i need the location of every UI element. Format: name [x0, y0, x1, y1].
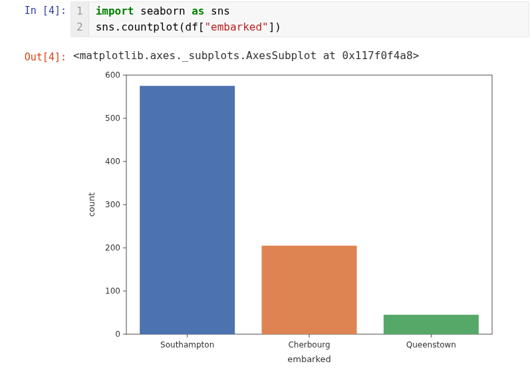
code-call-end: ])	[269, 21, 281, 33]
gutter-line-2: 2	[76, 19, 83, 35]
bar-queenstown	[384, 315, 479, 334]
bar-cherbourg	[262, 246, 357, 334]
x-tick-label: Queenstown	[406, 340, 456, 349]
line-gutter: 1 2	[71, 2, 89, 37]
input-cell: In [4]: 1 2 import seaborn as sns sns.co…	[0, 0, 532, 39]
x-axis-label: embarked	[287, 354, 331, 364]
code-call: sns.countplot(df[	[96, 21, 205, 33]
y-tick-label: 600	[105, 70, 120, 80]
output-prompt: Out[4]:	[0, 47, 70, 64]
y-tick-label: 0	[115, 330, 120, 339]
x-tick-label: Southampton	[160, 340, 214, 349]
code-keyword-import: import	[96, 5, 134, 17]
code-space	[204, 5, 211, 17]
x-tick-label: Cherbourg	[288, 340, 330, 349]
code-alias: sns	[211, 5, 230, 17]
y-tick-label: 500	[105, 114, 120, 123]
code-string: "embarked"	[204, 21, 268, 33]
code-space	[134, 5, 140, 17]
code-keyword-as: as	[192, 5, 204, 17]
code-space	[186, 5, 192, 17]
code-editor[interactable]: 1 2 import seaborn as sns sns.countplot(…	[70, 1, 529, 37]
output-cell: Out[4]: <matplotlib.axes._subplots.AxesS…	[0, 47, 532, 374]
output-repr: <matplotlib.axes._subplots.AxesSubplot a…	[73, 49, 532, 62]
gutter-line-1: 1	[76, 3, 83, 19]
output-body: <matplotlib.axes._subplots.AxesSubplot a…	[70, 47, 532, 374]
y-axis-label: count	[86, 193, 96, 217]
y-tick-label: 100	[105, 286, 120, 296]
notebook: In [4]: 1 2 import seaborn as sns sns.co…	[0, 0, 532, 374]
y-tick-label: 200	[105, 243, 120, 252]
code-body[interactable]: import seaborn as sns sns.countplot(df["…	[89, 2, 288, 37]
y-tick-label: 400	[105, 157, 120, 166]
chart-container: 0100200300400500600countSouthamptonCherb…	[80, 68, 532, 374]
input-prompt: In [4]:	[0, 0, 70, 17]
countplot-chart: 0100200300400500600countSouthamptonCherb…	[80, 68, 505, 374]
bar-southampton	[140, 86, 235, 334]
code-module: seaborn	[140, 5, 185, 17]
y-tick-label: 300	[105, 200, 120, 209]
